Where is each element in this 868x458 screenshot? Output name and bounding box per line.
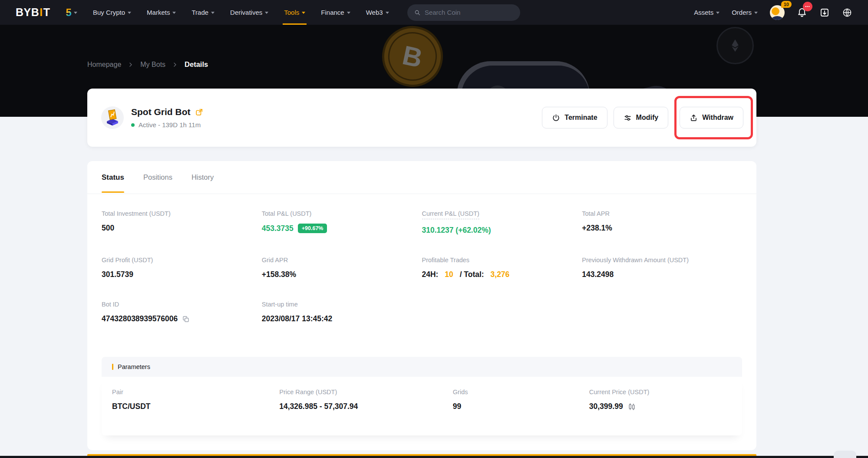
stat-total-apr: Total APR +238.1% (582, 210, 742, 235)
bot-title-block: Spot Grid Bot Active - 139D 1h 11m (131, 107, 203, 129)
anniversary-5-menu[interactable]: 5 (66, 7, 77, 19)
chevron-down-icon (347, 12, 350, 14)
total-pnl-value: 453.3735 (262, 224, 294, 233)
search-box[interactable] (407, 4, 520, 21)
nav-item-label: Tools (284, 9, 299, 16)
stat-value: 14,326.985 - 57,307.94 (279, 402, 453, 411)
tab-history[interactable]: History (191, 161, 214, 194)
bot-title: Spot Grid Bot (131, 107, 190, 117)
stat-label: Price Range (USDT) (279, 389, 337, 395)
parameters-header: Parameters (102, 357, 742, 377)
download-icon (819, 7, 830, 18)
stat-label: Current Price (USDT) (589, 389, 650, 395)
nav-item-tools[interactable]: Tools (284, 0, 305, 25)
current-pnl-value: 310.1237 (+62.02%) (422, 226, 582, 235)
tab-positions[interactable]: Positions (143, 161, 172, 194)
param-grids: Grids 99 (453, 388, 589, 411)
stat-label-with-tooltip[interactable]: Current P&L (USDT) (422, 210, 479, 219)
search-input[interactable] (425, 9, 513, 16)
stat-value: BTC/USDT (112, 402, 279, 411)
breadcrumb-my-bots[interactable]: My Bots (140, 61, 165, 69)
sliders-icon (624, 114, 632, 122)
copy-bot-id-button[interactable] (182, 315, 190, 323)
status-dot (131, 123, 135, 127)
stat-grid-apr: Grid APR +158.38% (262, 256, 422, 279)
candlestick-chart-icon (627, 402, 636, 411)
stat-label: Previously Withdrawn Amount (USDT) (582, 257, 689, 264)
chat-widget[interactable] (834, 451, 856, 458)
modify-button[interactable]: Modify (614, 107, 669, 129)
nav-item-markets[interactable]: Markets (147, 0, 176, 25)
nav-item-derivatives[interactable]: Derivatives (230, 0, 268, 25)
external-link-icon[interactable] (195, 108, 203, 116)
total-pnl-percent-badge: +90.67% (298, 224, 327, 233)
current-price-value: 30,399.99 (589, 402, 623, 411)
header-actions: Terminate Modify Withdraw (542, 107, 743, 129)
coin-ring: B (384, 28, 442, 86)
download-app-button[interactable] (819, 7, 830, 18)
breadcrumb: Homepage My Bots Details (87, 60, 208, 69)
accent-bar (112, 364, 113, 370)
tab-bar: Status Positions History (87, 161, 756, 194)
chevron-down-icon (211, 12, 215, 14)
language-button[interactable] (842, 7, 852, 18)
view-chart-button[interactable] (627, 402, 636, 411)
stat-value: 99 (453, 402, 589, 411)
profitable-trades-value: 24H: 10 / Total: 3,276 (422, 270, 582, 279)
nav-item-finance[interactable]: Finance (321, 0, 350, 25)
nav-item-label: Web3 (366, 9, 383, 16)
bot-details-card: Status Positions History Total Investmen… (87, 161, 756, 450)
stat-value: 301.5739 (102, 270, 262, 279)
nav-item-assets[interactable]: Assets (694, 0, 719, 25)
stat-startup-time: Start-up time 2023/08/17 13:45:42 (262, 300, 422, 323)
stats-grid: Total Investment (USDT) 500 Total P&L (U… (87, 194, 756, 345)
stat-label: Grids (453, 389, 468, 395)
stat-grid-profit: Grid Profit (USDT) 301.5739 (102, 256, 262, 279)
chevron-down-icon (172, 12, 176, 14)
trades-total-label: / Total: (458, 270, 486, 279)
nav-item-label: Derivatives (230, 9, 262, 16)
eth-glyph (728, 38, 743, 53)
nav-item-label: Finance (321, 9, 344, 16)
stat-value: +238.1% (582, 224, 742, 233)
stat-label: Total Investment (USDT) (102, 210, 171, 217)
tab-status[interactable]: Status (102, 161, 124, 194)
param-price-range: Price Range (USDT) 14,326.985 - 57,307.9… (279, 388, 453, 411)
withdraw-button[interactable]: Withdraw (680, 107, 743, 129)
breadcrumb-homepage[interactable]: Homepage (87, 61, 121, 69)
chevron-down-icon (265, 12, 268, 14)
copy-icon (182, 315, 190, 323)
nav-item-label: Orders (732, 9, 752, 16)
stat-total-investment: Total Investment (USDT) 500 (102, 210, 262, 235)
terminate-button[interactable]: Terminate (542, 107, 607, 129)
stat-value: +158.38% (262, 270, 422, 279)
ethereum-coin-illustration (716, 27, 754, 64)
grid-bot-icon (103, 108, 122, 127)
stat-total-pnl: Total P&L (USDT) 453.3735 +90.67% (262, 210, 422, 235)
nav-item-label: Trade (191, 9, 208, 16)
bottom-dark-strip (0, 456, 868, 458)
nav-item-trade[interactable]: Trade (191, 0, 215, 25)
chevron-right-icon (128, 62, 133, 67)
avatar-notification-badge: 10 (781, 1, 792, 8)
nav-item-buy-crypto[interactable]: Buy Crypto (93, 0, 131, 25)
user-avatar[interactable]: 10 (770, 5, 785, 20)
bot-info: Spot Grid Bot Active - 139D 1h 11m (101, 106, 203, 129)
bybit-logo[interactable]: BYBIT (16, 6, 50, 19)
nav-item-orders[interactable]: Orders (732, 0, 758, 25)
stat-value: 143.2498 (582, 270, 742, 279)
withdraw-icon (690, 114, 698, 122)
bot-status-text: Active - 139D 1h 11m (139, 121, 201, 129)
stat-bot-id: Bot ID 474328038939576006 (102, 300, 262, 323)
withdraw-wrap: Withdraw (680, 107, 743, 129)
stat-label: Total P&L (USDT) (262, 210, 312, 217)
nav-item-web3[interactable]: Web3 (366, 0, 389, 25)
btc-glyph: B (400, 40, 426, 74)
logo-accent-letter: I (39, 6, 43, 19)
breadcrumb-details: Details (185, 60, 208, 69)
stat-label: Bot ID (102, 301, 119, 308)
top-nav: BYBIT 5 Buy Crypto Markets Trade Derivat… (0, 0, 868, 25)
notifications-button[interactable]: ••• (797, 7, 807, 19)
bitcoin-coin-illustration: B (376, 25, 449, 92)
chevron-down-icon (386, 12, 389, 14)
